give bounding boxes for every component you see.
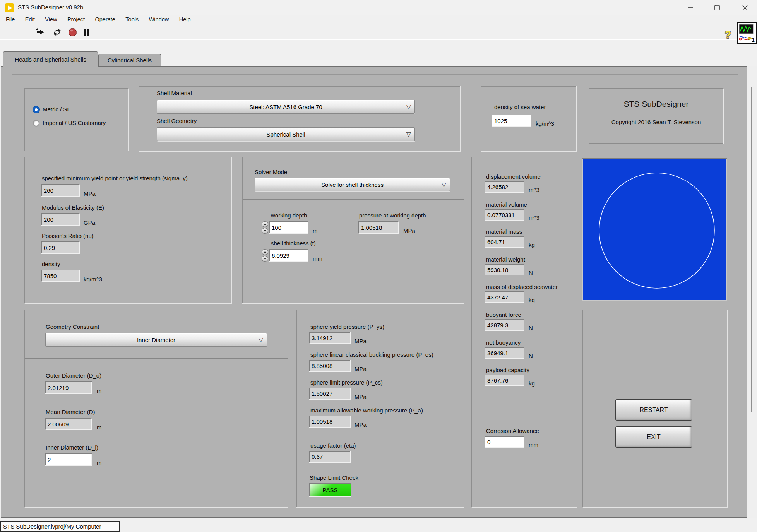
- menu-help[interactable]: Help: [175, 15, 195, 23]
- shell-thickness-label: shell thickness (t): [271, 240, 316, 247]
- about-title: STS SubDesigner: [589, 99, 723, 109]
- sea-water-input[interactable]: 1025: [492, 115, 531, 127]
- pause-button[interactable]: [82, 27, 91, 37]
- result-unit: m^3: [529, 186, 539, 193]
- shell-material-value: Steel: ASTM A516 Grade 70: [249, 104, 322, 110]
- menu-project[interactable]: Project: [63, 15, 89, 23]
- usage-factor-value: 0.67: [309, 451, 351, 463]
- down-arrow-icon: [264, 230, 267, 232]
- shell-material-dropdown[interactable]: Steel: ASTM A516 Grade 70 ▽: [157, 100, 415, 114]
- menu-operate[interactable]: Operate: [91, 15, 120, 23]
- dropdown-arrow-icon: ▽: [259, 337, 263, 343]
- pressure-value: 1.50027: [309, 388, 351, 400]
- minimize-button[interactable]: [679, 0, 702, 15]
- mean-diameter-label: Mean Diameter (D): [46, 409, 95, 416]
- geometry-constraint-value: Inner Diameter: [137, 337, 175, 343]
- result-label: material mass: [486, 228, 522, 235]
- pressure-label: sphere yield pressure (P_ys): [310, 323, 384, 330]
- menu-file[interactable]: File: [2, 15, 19, 23]
- run-continuous-button[interactable]: [52, 27, 62, 37]
- yield-value: 260: [41, 184, 80, 197]
- up-arrow-icon: [264, 251, 267, 253]
- yield-label: specified minimum yield point or yield s…: [42, 175, 188, 182]
- working-depth-label: working depth: [271, 212, 307, 219]
- dropdown-arrow-icon: ▽: [406, 131, 411, 137]
- horizontal-scrollbar[interactable]: [149, 525, 738, 525]
- solver-mode-dropdown[interactable]: Solve for shell thickness ▽: [255, 178, 450, 191]
- radio-imperial[interactable]: [33, 120, 39, 127]
- result-value: 0.0770331: [485, 209, 524, 221]
- mean-diameter-unit: m: [97, 424, 102, 431]
- sea-water-unit: kg/m^3: [536, 120, 554, 127]
- menu-window[interactable]: Window: [145, 15, 173, 23]
- working-pressure-value: 1.00518: [358, 221, 399, 234]
- result-unit: m^3: [529, 214, 539, 221]
- result-value: 36949.1: [485, 347, 524, 359]
- menu-view[interactable]: View: [41, 15, 61, 23]
- solver-mode-value: Solve for shell thickness: [321, 181, 384, 188]
- result-label: material volume: [486, 201, 527, 208]
- decrement-button[interactable]: [262, 228, 268, 234]
- tab-label: Cylindrical Shells: [108, 57, 152, 63]
- menu-tools[interactable]: Tools: [121, 15, 143, 23]
- run-button[interactable]: [35, 27, 46, 37]
- tab-heads-spherical[interactable]: Heads and Spherical Shells: [3, 51, 98, 67]
- project-path: STS SubDesigner.lvproj/My Computer: [3, 523, 101, 530]
- decrement-button[interactable]: [262, 256, 268, 262]
- pressure-value: 3.14912: [309, 332, 351, 344]
- inner-diameter-label: Inner Diameter (D_i): [46, 444, 98, 451]
- density-value: 7850: [41, 270, 80, 282]
- result-label: buoyant force: [486, 311, 521, 318]
- inner-diameter-unit: m: [97, 460, 102, 466]
- menu-edit[interactable]: Edit: [21, 15, 39, 23]
- sphere-outline: [583, 159, 726, 300]
- result-label: mass of displaced seawater: [486, 284, 558, 291]
- corrosion-allowance-label: Corrosion Allowance: [486, 428, 539, 434]
- poisson-value: 0.29: [41, 241, 80, 254]
- result-unit: N: [529, 269, 533, 276]
- radio-metric[interactable]: [33, 106, 39, 113]
- geometry-constraint-dropdown[interactable]: Inner Diameter ▽: [45, 333, 267, 347]
- working-depth-spinner: [262, 221, 268, 234]
- density-label: density: [42, 261, 60, 268]
- tab-cylindrical[interactable]: Cylindrical Shells: [98, 54, 161, 66]
- shell-thickness-input[interactable]: 6.0929: [269, 249, 308, 262]
- vertical-scrollbar[interactable]: [747, 66, 757, 518]
- radio-metric-label: Metric / SI: [43, 106, 69, 113]
- dropdown-arrow-icon: ▽: [406, 104, 411, 110]
- run-continuous-icon: [53, 28, 62, 36]
- panel-count-badge: 1: [752, 37, 755, 43]
- pressure-unit: MPa: [355, 393, 367, 400]
- shell-geometry-dropdown[interactable]: Spherical Shell ▽: [157, 127, 415, 141]
- inner-diameter-input[interactable]: 2: [45, 453, 92, 466]
- dropdown-arrow-icon: ▽: [442, 181, 446, 188]
- result-value: 5930.18: [485, 264, 524, 275]
- usage-factor-label: usage factor (eta): [310, 442, 356, 449]
- modulus-label: Modulus of Elasticity (E): [42, 204, 104, 211]
- increment-button[interactable]: [262, 249, 268, 255]
- vertical-scrollbar-thumb[interactable]: [751, 87, 752, 412]
- down-arrow-icon: [264, 258, 267, 260]
- shell-geometry-value: Spherical Shell: [266, 131, 305, 138]
- working-depth-input[interactable]: 100: [269, 221, 308, 234]
- result-value: 3767.76: [485, 375, 524, 386]
- about-box: STS SubDesigner Copyright 2016 Sean T. S…: [589, 88, 723, 144]
- corrosion-allowance-input[interactable]: 0: [485, 436, 524, 448]
- radio-imperial-label: Imperial / US Customary: [43, 120, 106, 127]
- result-unit: kg: [529, 380, 535, 387]
- restart-button[interactable]: RESTART: [615, 399, 692, 421]
- result-value: 4372.47: [485, 291, 524, 303]
- sea-water-label: density of sea water: [494, 104, 546, 111]
- increment-button[interactable]: [262, 221, 268, 227]
- window-title: STS SubDesigner v0.92b: [18, 4, 83, 10]
- close-button[interactable]: [733, 0, 757, 15]
- modulus-value: 200: [41, 213, 80, 226]
- maximize-button[interactable]: [706, 0, 728, 15]
- pressure-value: 1.00518: [309, 416, 351, 428]
- pressure-unit: MPa: [355, 421, 367, 428]
- pause-icon: [84, 29, 89, 36]
- context-help-button[interactable]: ?: [722, 29, 734, 41]
- exit-button[interactable]: EXIT: [615, 426, 692, 448]
- abort-button[interactable]: [67, 27, 77, 37]
- abort-icon: [69, 28, 77, 36]
